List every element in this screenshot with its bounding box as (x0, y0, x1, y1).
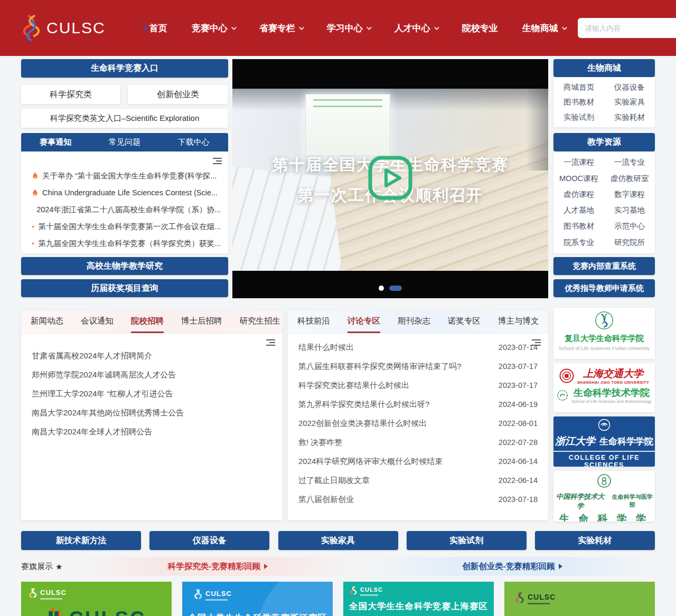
innovation-review-link[interactable]: 创新创业类-竞赛精彩回顾 (370, 557, 655, 576)
tab-tech-frontier[interactable]: 科技前沿 (297, 316, 330, 333)
top-navbar: CULSC 首页 竞赛中心 省赛专栏 学习中心 人才中心 院校专业 生物商城 (0, 0, 676, 56)
resource-link[interactable]: 实习基地 (614, 205, 645, 215)
nav-item-colleges[interactable]: 院校专业 (450, 22, 510, 34)
banner-region-text: 全国大学生生命科学竞赛浙江赛区 (182, 612, 333, 616)
zju-card[interactable]: 浙江大学 生命科学学院 COLLEGE OF LIFE SCIENCES ZHE… (553, 416, 655, 467)
qa-item[interactable]: 第八届生科联赛科学探究类网络审评结束了吗?2023-07-17 (288, 357, 548, 376)
play-button[interactable] (367, 155, 414, 203)
nav-item-bio-mall[interactable]: 生物商城 (510, 22, 578, 34)
tab-nobel[interactable]: 诺奖专区 (448, 316, 481, 333)
english-entry-button[interactable]: 科学探究类英文入口–Scientific Exploration (21, 109, 228, 128)
resource-link[interactable]: 图书教材 (564, 221, 594, 231)
sci-exploration-review-link[interactable]: 科学探究类-竞赛精彩回顾 (77, 557, 359, 576)
banner-zhejiang-region[interactable]: CULSC 全国大学生生命科学竞赛浙江赛区 (182, 582, 333, 616)
shop-link[interactable]: 实验家具 (614, 97, 645, 107)
qa-item[interactable]: 2024科学研究网络评审大概什么时候结束2024-06-14 (288, 452, 548, 471)
tab-event-notice[interactable]: 赛事通知 (40, 137, 71, 147)
carousel-dot-1[interactable] (379, 286, 384, 291)
notice-item[interactable]: 关于举办 “第十届全国大学生生命科学竞赛(科学探... (21, 167, 228, 184)
notice-item[interactable]: 第九届全国大学生生命科学竞赛（科学探究类）获奖... (21, 235, 228, 252)
tab-bloggers[interactable]: 博主与博文 (498, 316, 539, 333)
zju-name-cn: 浙江大学 (555, 434, 595, 448)
notice-item[interactable]: 第十届全国大学生生命科学竞赛第一次工作会议在烟... (21, 218, 228, 235)
tab-discussion[interactable]: 讨论专区 (348, 316, 380, 333)
video-carousel[interactable]: 第十届全国大学生生命科学竞赛 第一次工作会议顺利召开 (232, 59, 548, 298)
qa-item[interactable]: 第九界科学探究类结果什么时候出呀?2024-06-19 (288, 395, 548, 414)
qa-item[interactable]: 第八届创新创业2023-07-18 (288, 490, 548, 509)
nav-item-talent-center[interactable]: 人才中心 (382, 22, 450, 34)
shop-link[interactable]: 商城首页 (564, 82, 594, 92)
bio-mall-header[interactable]: 生物商城 (553, 59, 655, 77)
banner-green-culsc-2[interactable]: CULSC (504, 582, 655, 616)
qa-item[interactable]: 科学探究类比赛结果什么时候出2023-07-17 (288, 376, 548, 395)
innovation-entrepreneurship-button[interactable]: 创新创业类 (128, 85, 228, 104)
list-menu-icon[interactable] (266, 338, 275, 347)
nav-item-home[interactable]: 首页 (131, 22, 180, 34)
scientific-exploration-button[interactable]: 科学探究类 (21, 85, 120, 104)
tab-graduate-admission[interactable]: 研究生招生 (240, 316, 281, 333)
list-menu-icon[interactable] (532, 338, 541, 347)
fudan-logo-icon (594, 310, 614, 330)
tab-meeting-notice[interactable]: 会议通知 (81, 316, 114, 333)
banner-big-text: Ⅱ CULSC (21, 607, 172, 616)
resource-link[interactable]: 一流专业 (614, 157, 645, 167)
tab-college-recruitment[interactable]: 院校招聘 (131, 316, 164, 333)
notice-item[interactable]: 2024年浙江省第二十八届高校生命科学学院（系）协... (21, 201, 228, 218)
qa-item[interactable]: 结果什么时候出2023-07-14 (288, 338, 548, 357)
tab-postdoc-recruitment[interactable]: 博士后招聘 (181, 316, 222, 333)
sjtu-card[interactable]: 上海交通大学 SHANGHAI JIAO TONG UNIVERSITY 生命科… (553, 363, 655, 412)
fudan-university-card[interactable]: 复旦大学生命科学学院 School of Life Sciences Fudan… (553, 308, 655, 359)
resource-link[interactable]: 一流课程 (564, 157, 594, 167)
nav-item-provincial[interactable]: 省赛专栏 (247, 22, 315, 34)
new-tech-button[interactable]: 新技术新方法 (21, 531, 141, 550)
tab-news[interactable]: 新闻动态 (31, 316, 63, 333)
consumables-button[interactable]: 实验耗材 (535, 531, 655, 550)
notice-item[interactable]: China Undergraduate Life Sciences Contes… (21, 184, 228, 201)
tab-journals[interactable]: 期刊杂志 (398, 316, 430, 333)
tab-download-center[interactable]: 下载中心 (178, 137, 210, 147)
shop-link[interactable]: 实验耗材 (614, 112, 645, 122)
shop-link[interactable]: 仪器设备 (614, 82, 645, 92)
carousel-dot-2-active[interactable] (389, 286, 402, 291)
contest-entry-button[interactable]: 生命科学竞赛入口 (21, 59, 228, 78)
nav-item-contest-center[interactable]: 竞赛中心 (180, 22, 247, 34)
past-award-query-button[interactable]: 历届获奖项目查询 (21, 279, 228, 297)
nav-item-learning-center[interactable]: 学习中心 (315, 22, 382, 34)
tab-faq[interactable]: 常见问题 (109, 137, 140, 147)
instruments-button[interactable]: 仪器设备 (149, 531, 269, 550)
shop-link[interactable]: 实验试剂 (564, 112, 594, 122)
resource-link[interactable]: 虚仿教研室 (611, 174, 649, 184)
resource-link[interactable]: MOOC课程 (559, 174, 598, 184)
news-item[interactable]: 甘肃省属高校2024年人才招聘简介 (21, 346, 283, 365)
news-item[interactable]: 南昌大学2024年全球人才招聘公告 (21, 422, 283, 441)
ustc-card[interactable]: 中国科学技术大学 生命科学与医学部 生 命 科 学 学 院 School of … (553, 471, 655, 522)
resource-link[interactable]: 院系专业 (564, 238, 594, 248)
qa-item[interactable]: 2022创新创业类决赛结果什么时候出2022-08-01 (288, 414, 548, 433)
excellent-teacher-apply-button[interactable]: 优秀指导教师申请系统 (553, 279, 655, 297)
plagiarism-check-button[interactable]: 竞赛内部查重系统 (553, 257, 655, 275)
resource-link[interactable]: 数字课程 (614, 189, 645, 200)
banner-green-culsc[interactable]: CULSC Ⅱ CULSC (21, 582, 172, 616)
qa-item[interactable]: 救! 决赛咋整2022-07-28 (288, 433, 548, 452)
qa-item[interactable]: 过了截止日期改文章2022-06-14 (288, 471, 548, 490)
list-menu-icon[interactable] (213, 156, 222, 166)
banner-shanghai-region[interactable]: CULSC 全国大学生生命科学竞赛上海赛区 (343, 582, 494, 616)
resource-link[interactable]: 示范中心 (614, 221, 645, 231)
news-item[interactable]: 郑州师范学院2024年诚聘高层次人才公告 (21, 365, 283, 384)
bio-mall-links-panel: 商城首页 仪器设备 图书教材 实验家具 实验试剂 实验耗材 (553, 77, 655, 127)
site-logo[interactable]: CULSC (21, 15, 106, 41)
carousel-dots (232, 286, 548, 291)
news-item[interactable]: 兰州理工大学2024年 “红柳人才引进公告 (21, 384, 283, 403)
resource-link[interactable]: 人才基地 (564, 205, 594, 215)
biology-teaching-research-button[interactable]: 高校生物学教学研究 (21, 257, 228, 275)
lab-furniture-button[interactable]: 实验家具 (278, 531, 398, 550)
shop-link[interactable]: 图书教材 (564, 97, 594, 107)
qa-tabs: 科技前沿 讨论专区 期刊杂志 诺奖专区 博主与博文 (288, 310, 548, 334)
resource-link[interactable]: 虚仿课程 (564, 189, 594, 200)
search-input[interactable] (585, 24, 676, 32)
teaching-resources-header[interactable]: 教学资源 (553, 133, 655, 151)
logo-text: CULSC (46, 19, 106, 37)
reagents-button[interactable]: 实验试剂 (407, 531, 527, 550)
news-item[interactable]: 南昌大学2024年其他岗位招聘优秀博士公告 (21, 403, 283, 422)
resource-link[interactable]: 研究院所 (614, 238, 645, 248)
